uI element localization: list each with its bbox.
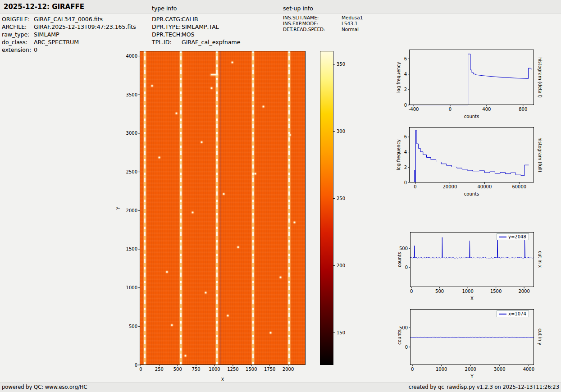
svg-text:500: 500 [173, 367, 182, 372]
svg-text:2: 2 [404, 87, 407, 92]
legend-line-icon [499, 314, 506, 315]
svg-text:200: 200 [337, 263, 345, 268]
svg-text:3500: 3500 [126, 92, 137, 97]
dpr-catg-label: DPR.CATG: [152, 15, 182, 23]
svg-text:2000: 2000 [465, 367, 476, 372]
histogram-full-xlabel: counts [409, 191, 534, 196]
svg-text:6: 6 [404, 134, 407, 139]
cut-in-y-plot: 010002000300040000500 [410, 309, 534, 365]
svg-text:4000: 4000 [523, 367, 534, 372]
setup-info-block: INS.SLIT.NAME: Medusa1 INS.EXP.MODE: L54… [283, 15, 363, 32]
dpr-tech-label: DPR.TECH: [152, 31, 182, 38]
cut-in-x-ylabel: counts [396, 232, 402, 287]
slit-name-label: INS.SLIT.NAME: [283, 15, 342, 21]
svg-text:350: 350 [337, 62, 345, 67]
svg-text:2000: 2000 [126, 208, 137, 213]
svg-text:1500: 1500 [126, 246, 137, 251]
rawtype-value: SIMLAMP [34, 31, 59, 38]
exp-mode-label: INS.EXP.MODE: [283, 21, 342, 27]
meta-row-doclass: do_class: ARC_SPECTRUM [2, 38, 136, 46]
histogram-full-plot: 02000040000600000246 [409, 127, 534, 182]
arcfile-label: ARCFILE: [2, 23, 34, 31]
colorbar: 150200250300350 [320, 51, 333, 365]
svg-text:0: 0 [139, 367, 142, 372]
svg-text:4: 4 [404, 150, 407, 155]
svg-text:1000: 1000 [462, 289, 473, 294]
cut-in-x-legend-label: y=2048 [508, 234, 526, 239]
meta-row-origfile: ORIGFILE: GIRAF_CAL347_0006.fits [2, 15, 136, 23]
svg-text:2000: 2000 [518, 289, 529, 294]
histogram-detail-ylabel: log frequency [395, 50, 401, 105]
cut-in-x-xlabel: X [410, 296, 534, 301]
svg-text:3000: 3000 [494, 367, 505, 372]
svg-text:0: 0 [135, 363, 137, 368]
svg-text:2500: 2500 [126, 169, 137, 174]
raw-image-plot: 0250500750100012501500175020000500100015… [140, 51, 306, 365]
tpl-id-label: TPL.ID: [152, 38, 182, 46]
svg-text:-400: -400 [409, 107, 419, 112]
histogram-detail-plot: -40004008000246 [409, 50, 534, 105]
read-speed-value: Normal [342, 27, 359, 32]
meta-row-dpr-tech: DPR.TECH: MOS [152, 31, 240, 38]
dpr-catg-value: CALIB [182, 15, 198, 23]
tpl-id-value: GIRAF_cal_expfname [182, 38, 240, 46]
svg-text:800: 800 [519, 107, 527, 112]
dpr-tech-value: MOS [182, 31, 195, 38]
histogram-full-ylabel: log frequency [395, 127, 401, 182]
meta-row-dpr-catg: DPR.CATG: CALIB [152, 15, 240, 23]
cut-in-y-ylabel: counts [396, 309, 402, 365]
svg-text:4000: 4000 [126, 54, 137, 59]
main-plot-xlabel: X [140, 377, 306, 382]
svg-text:1500: 1500 [490, 289, 502, 294]
histogram-detail-side-label: histogram (detail) [537, 50, 543, 105]
setup-info-heading: set-up info [283, 5, 313, 12]
svg-text:0: 0 [410, 289, 413, 294]
extension-value: 0 [34, 46, 37, 54]
meta-row-exp-mode: INS.EXP.MODE: L543.1 [283, 21, 363, 27]
svg-text:150: 150 [337, 330, 345, 335]
svg-text:1750: 1750 [264, 367, 275, 372]
slit-name-value: Medusa1 [342, 15, 363, 21]
svg-text:20000: 20000 [443, 184, 457, 189]
type-info-block: DPR.CATG: CALIB DPR.TYPE: SIMLAMP,TAL DP… [152, 15, 240, 46]
meta-row-dpr-type: DPR.TYPE: SIMLAMP,TAL [152, 23, 240, 31]
cut-in-x-legend: y=2048 [497, 233, 529, 240]
svg-text:750: 750 [192, 367, 201, 372]
svg-text:0: 0 [449, 107, 452, 112]
svg-text:0: 0 [404, 180, 407, 185]
svg-text:0: 0 [411, 367, 414, 372]
cut-in-y-legend: x=1074 [497, 310, 529, 317]
meta-row-tpl-id: TPL.ID: GIRAF_cal_expfname [152, 38, 240, 46]
histogram-detail-xlabel: counts [409, 114, 534, 119]
cut-in-y-side-label: cut in y [537, 309, 543, 365]
svg-text:1000: 1000 [126, 285, 137, 290]
svg-text:250: 250 [155, 367, 164, 372]
meta-row-read-speed: DET.READ.SPEED: Normal [283, 27, 363, 32]
svg-text:0: 0 [405, 265, 408, 270]
exp-mode-value: L543.1 [342, 21, 358, 27]
legend-line-icon [499, 237, 506, 237]
svg-text:3000: 3000 [126, 131, 137, 136]
svg-text:1500: 1500 [246, 367, 257, 372]
svg-text:250: 250 [337, 196, 345, 201]
svg-text:40000: 40000 [477, 184, 492, 189]
svg-text:500: 500 [129, 324, 137, 329]
footer-left-text: powered by QC: www.eso.org/HC [2, 384, 87, 390]
footer-bar: powered by QC: www.eso.org/HC created by… [0, 382, 561, 392]
svg-text:2000: 2000 [283, 367, 294, 372]
svg-text:1000: 1000 [436, 367, 447, 372]
dpr-type-label: DPR.TYPE: [152, 23, 182, 31]
dpr-type-value: SIMLAMP,TAL [182, 23, 219, 31]
svg-text:6: 6 [404, 56, 407, 61]
cut-in-y-xlabel: Y [410, 374, 534, 379]
svg-text:60000: 60000 [512, 184, 526, 189]
svg-text:400: 400 [482, 107, 491, 112]
type-info-heading: type info [152, 5, 177, 12]
svg-text:500: 500 [435, 289, 444, 294]
extension-label: extension: [2, 46, 34, 54]
svg-text:300: 300 [337, 129, 345, 134]
cut-in-y-legend-label: x=1074 [508, 311, 526, 316]
arcfile-value: GIRAF.2025-12-13T09:47:23.165.fits [34, 23, 136, 31]
page-title: 2025-12-12: GIRAFFE [4, 3, 84, 11]
doclass-label: do_class: [2, 38, 34, 46]
